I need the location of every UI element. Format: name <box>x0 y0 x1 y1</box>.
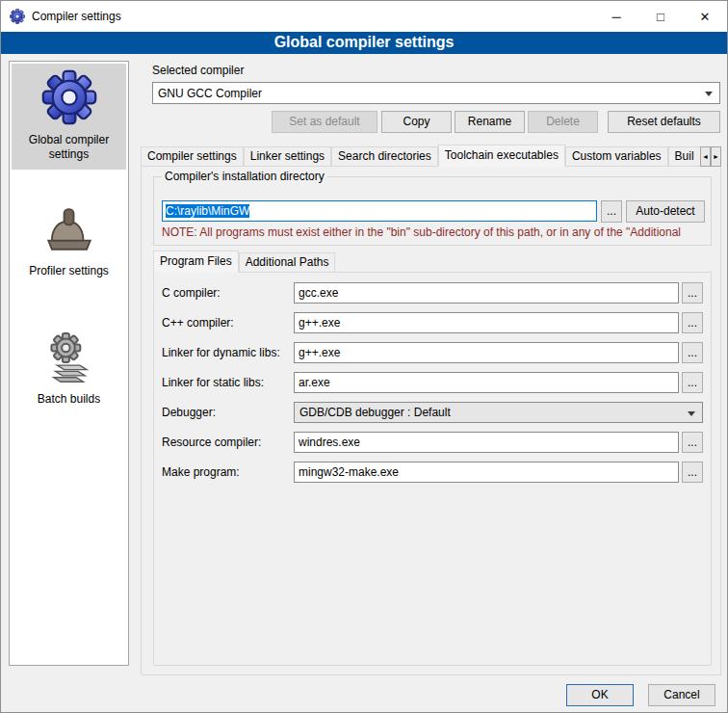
cpp-compiler-browse-button[interactable]: ... <box>682 312 703 333</box>
installation-directory-value: C:\raylib\MinGW <box>166 204 249 218</box>
sidebar-item-global-compiler-settings[interactable]: Global compiler settings <box>12 64 126 170</box>
hand-plane-icon <box>41 200 97 256</box>
make-program-browse-button[interactable]: ... <box>682 462 703 483</box>
chevron-down-icon <box>688 411 695 420</box>
tab-compiler-settings[interactable]: Compiler settings <box>141 146 244 167</box>
dialog-header-title: Global compiler settings <box>1 32 727 54</box>
window-title: Compiler settings <box>32 10 121 23</box>
copy-button[interactable]: Copy <box>381 111 452 133</box>
tab-linker-settings[interactable]: Linker settings <box>244 146 331 167</box>
gray-gear-stack-icon <box>41 329 97 384</box>
debugger-dropdown[interactable]: GDB/CDB debugger : Default <box>294 402 703 423</box>
selected-compiler-value: GNU GCC Compiler <box>158 87 262 100</box>
compiler-settings-window: Compiler settings ─ □ ✕ Global compiler … <box>0 0 728 713</box>
field-row: C++ compiler: ... <box>154 312 711 333</box>
close-button[interactable]: ✕ <box>683 1 727 32</box>
tab-toolchain-executables[interactable]: Toolchain executables <box>438 145 565 167</box>
titlebar: Compiler settings ─ □ ✕ <box>1 1 727 32</box>
chevron-down-icon <box>705 92 713 100</box>
cpp-compiler-input[interactable] <box>294 312 679 333</box>
tab-custom-variables[interactable]: Custom variables <box>565 146 668 167</box>
linker-static-input[interactable] <box>294 372 679 393</box>
linker-dynamic-input[interactable] <box>294 342 679 363</box>
field-row: Make program: ... <box>154 462 711 483</box>
maximize-icon: □ <box>657 10 664 24</box>
minimize-button[interactable]: ─ <box>594 1 638 32</box>
auto-detect-button[interactable]: Auto-detect <box>626 200 705 223</box>
make-program-input[interactable] <box>294 462 679 483</box>
tab-search-directories[interactable]: Search directories <box>331 146 438 167</box>
selected-compiler-label: Selected compiler <box>152 64 244 77</box>
maximize-button[interactable]: □ <box>638 1 683 32</box>
sidebar: Global compiler settings Profiler settin… <box>9 61 129 666</box>
set-as-default-button[interactable]: Set as default <box>272 111 377 133</box>
sidebar-item-label: Profiler settings <box>29 264 109 278</box>
field-row: Linker for dynamic libs: ... <box>154 342 711 363</box>
sidebar-item-profiler-settings[interactable]: Profiler settings <box>12 195 126 286</box>
linker-static-browse-button[interactable]: ... <box>682 372 703 393</box>
c-compiler-browse-button[interactable]: ... <box>682 282 703 304</box>
sidebar-item-label: Batch builds <box>38 392 100 407</box>
rename-button[interactable]: Rename <box>455 111 525 133</box>
tab-scroll-right-button[interactable]: ► <box>711 146 721 167</box>
close-icon: ✕ <box>700 10 711 24</box>
compiler-settings-tabs: Compiler settings Linker settings Search… <box>141 145 721 167</box>
browse-directory-button[interactable]: ... <box>601 200 622 223</box>
resource-compiler-label: Resource compiler: <box>162 432 261 453</box>
sidebar-item-batch-builds[interactable]: Batch builds <box>12 323 126 414</box>
field-row: Debugger: GDB/CDB debugger : Default <box>154 402 711 423</box>
installation-directory-input[interactable]: C:\raylib\MinGW <box>162 200 597 222</box>
reset-defaults-button[interactable]: Reset defaults <box>608 111 720 133</box>
tab-additional-paths[interactable]: Additional Paths <box>239 252 336 273</box>
sidebar-item-label: Global compiler settings <box>13 133 124 162</box>
app-gear-icon <box>10 9 25 24</box>
tab-scroll-left-button[interactable]: ◄ <box>700 146 711 167</box>
note-text: NOTE: All programs must exist either in … <box>162 225 707 239</box>
blue-gear-icon <box>41 69 97 125</box>
field-row: Linker for static libs: ... <box>154 372 711 393</box>
resource-compiler-input[interactable] <box>294 432 679 453</box>
linker-dynamic-browse-button[interactable]: ... <box>682 342 703 363</box>
cpp-compiler-label: C++ compiler: <box>162 312 234 333</box>
cancel-button[interactable]: Cancel <box>648 684 715 706</box>
program-tabs: Program Files Additional Paths <box>153 251 335 273</box>
field-row: C compiler: ... <box>154 282 711 304</box>
program-files-panel: C compiler: ... C++ compiler: ... Linker… <box>153 272 712 666</box>
toolchain-executables-panel: Compiler's installation directory C:\ray… <box>141 166 721 675</box>
minimize-icon: ─ <box>611 10 620 24</box>
make-program-label: Make program: <box>162 462 240 483</box>
field-row: Resource compiler: ... <box>154 432 711 453</box>
tab-build-options[interactable]: Buil <box>668 146 701 167</box>
ok-button[interactable]: OK <box>566 684 634 706</box>
window-controls: ─ □ ✕ <box>594 1 727 32</box>
linker-dynamic-label: Linker for dynamic libs: <box>162 342 280 363</box>
debugger-label: Debugger: <box>162 402 216 423</box>
debugger-value: GDB/CDB debugger : Default <box>299 406 451 419</box>
delete-button[interactable]: Delete <box>528 111 598 133</box>
installation-directory-group-label: Compiler's installation directory <box>162 170 327 183</box>
resource-compiler-browse-button[interactable]: ... <box>682 432 703 453</box>
selected-compiler-dropdown[interactable]: GNU GCC Compiler <box>152 82 720 104</box>
installation-directory-group: Compiler's installation directory C:\ray… <box>153 176 712 246</box>
c-compiler-input[interactable] <box>294 282 679 304</box>
tab-program-files[interactable]: Program Files <box>153 251 239 273</box>
c-compiler-label: C compiler: <box>162 282 221 304</box>
linker-static-label: Linker for static libs: <box>162 372 264 393</box>
